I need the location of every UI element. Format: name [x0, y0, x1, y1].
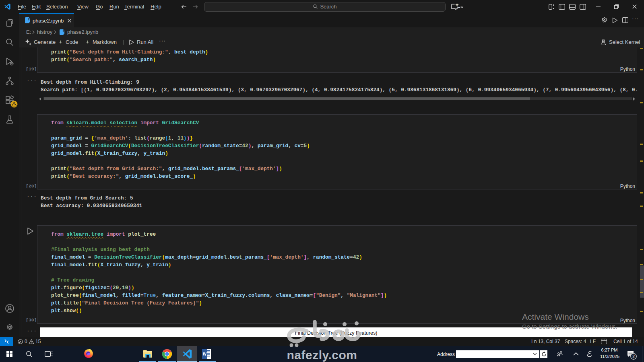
svg-text:2: 2: [632, 354, 635, 359]
